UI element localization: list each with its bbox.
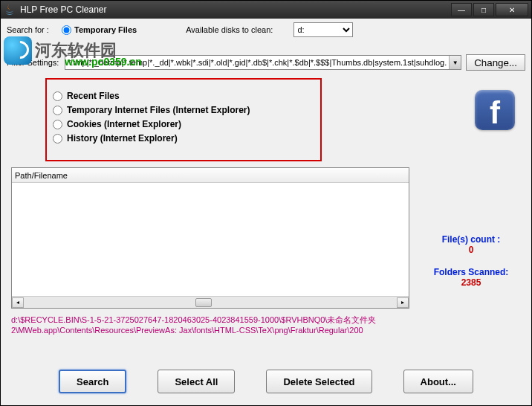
- temporary-files-radio-input[interactable]: [62, 25, 71, 35]
- change-button[interactable]: Change...: [466, 54, 525, 71]
- recent-files-label: Recent Files: [67, 91, 120, 101]
- current-path-display: d:\$RECYCLE.BIN\S-1-5-21-3725027647-1820…: [11, 315, 509, 335]
- files-count-label: File(s) count :: [423, 234, 519, 245]
- recent-files-radio-input[interactable]: [53, 91, 62, 101]
- temporary-files-radio[interactable]: Temporary Files: [62, 25, 137, 35]
- filter-dropdown-button[interactable]: ▼: [449, 56, 461, 69]
- select-all-button[interactable]: Select All: [158, 370, 235, 393]
- scroll-thumb[interactable]: [195, 298, 212, 307]
- path-line-2: 2\MWeb.app\Contents\Resources\PreviewAs:…: [11, 326, 363, 335]
- horizontal-scrollbar[interactable]: ◂ ▸: [12, 296, 409, 308]
- scan-options-group: Recent Files Temporary Internet Files (I…: [45, 78, 322, 161]
- stats-panel: File(s) count : 0 Folders Scanned: 2385: [423, 234, 519, 300]
- temporary-files-radio-label: Temporary Files: [74, 25, 137, 34]
- results-table: Path/Filename ◂ ▸: [11, 167, 409, 309]
- files-count-value: 0: [423, 245, 519, 255]
- temp-internet-files-radio-input[interactable]: [53, 106, 62, 115]
- cookies-radio-input[interactable]: [53, 120, 62, 129]
- folders-scanned-value: 2385: [423, 277, 519, 288]
- disk-select[interactable]: d:: [293, 22, 353, 37]
- history-radio[interactable]: History (Internet Explorer): [53, 133, 314, 144]
- path-line-1: d:\$RECYCLE.BIN\S-1-5-21-3725027647-1820…: [11, 315, 376, 324]
- temp-internet-files-radio[interactable]: Temporary Internet Files (Internet Explo…: [53, 105, 314, 115]
- facebook-icon[interactable]: f: [475, 90, 515, 130]
- temp-internet-files-label: Temporary Internet Files (Internet Explo…: [67, 105, 250, 115]
- window-titlebar: HLP Free PC Cleaner — □ ✕: [1, 1, 531, 19]
- table-header-path[interactable]: Path/Filename: [12, 168, 409, 183]
- folders-scanned-label: Folders Scanned:: [423, 267, 519, 277]
- recent-files-radio[interactable]: Recent Files: [53, 91, 314, 101]
- scroll-track[interactable]: [24, 297, 397, 308]
- history-label: History (Internet Explorer): [67, 133, 178, 144]
- window-title: HLP Free PC Cleaner: [20, 4, 451, 15]
- history-radio-input[interactable]: [53, 134, 62, 144]
- scroll-left-button[interactable]: ◂: [12, 297, 24, 308]
- scroll-right-button[interactable]: ▸: [397, 297, 409, 308]
- about-button[interactable]: About...: [403, 370, 473, 393]
- table-body[interactable]: [12, 183, 409, 296]
- filter-settings-label: Filter Settings:: [7, 58, 60, 67]
- cookies-label: Cookies (Internet Explorer): [67, 119, 181, 129]
- available-disks-label: Available disks to clean:: [186, 25, 273, 34]
- maximize-button[interactable]: □: [473, 3, 494, 16]
- java-icon: [4, 4, 16, 16]
- close-button[interactable]: ✕: [496, 3, 528, 16]
- minimize-button[interactable]: —: [451, 3, 472, 16]
- delete-selected-button[interactable]: Delete Selected: [266, 370, 372, 393]
- cookies-radio[interactable]: Cookies (Internet Explorer): [53, 119, 314, 129]
- search-button[interactable]: Search: [59, 370, 126, 393]
- filter-input[interactable]: [65, 58, 449, 67]
- filter-combobox[interactable]: ▼: [65, 55, 461, 70]
- search-for-label: Search for :: [7, 25, 56, 34]
